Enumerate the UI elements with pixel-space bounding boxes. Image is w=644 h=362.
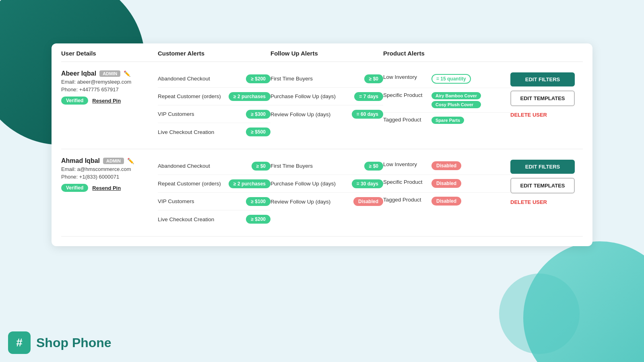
user-actions-0: Verified Resend Pin bbox=[61, 97, 158, 105]
followup-alert-label-0-0: First Time Buyers bbox=[270, 76, 364, 82]
customer-alert-value-0-0: ≥ $200 bbox=[246, 74, 270, 83]
delete-user-button-1[interactable]: DELETE USER bbox=[510, 197, 547, 207]
followup-alerts-1: First Time Buyers ≥ $0 Purchase Follow U… bbox=[270, 157, 383, 210]
user-email-0: Email: abeer@remysleep.com bbox=[61, 79, 158, 85]
product-tag-0-1-1: Cosy Plush Cover bbox=[431, 101, 481, 108]
customer-alert-value-0-1: ≥ 2 purchases bbox=[229, 92, 270, 101]
actions-col-1: EDIT FILTERS EDIT TEMPLATES DELETE USER bbox=[510, 157, 583, 207]
product-alert-item-0-0: Low Inventory = 15 quantity bbox=[383, 70, 510, 88]
actions-col-0: EDIT FILTERS EDIT TEMPLATES DELETE USER bbox=[510, 70, 583, 119]
edit-icon-1[interactable]: ✏️ bbox=[127, 158, 134, 164]
customer-alert-label-1-2: VIP Customers bbox=[158, 198, 246, 204]
col-header-customer: Customer Alerts bbox=[158, 50, 270, 57]
edit-icon-0[interactable]: ✏️ bbox=[124, 70, 130, 77]
edit-filters-button-1[interactable]: EDIT FILTERS bbox=[510, 160, 575, 174]
followup-alert-item-0-1: Purchase Follow Up (days) = 7 days bbox=[270, 88, 383, 105]
customer-alert-item-1-1: Repeat Customer (orders) ≥ 2 purchases bbox=[158, 175, 270, 193]
followup-alert-label-1-2: Review Follow Up (days) bbox=[270, 199, 353, 205]
product-alert-item-1-1: Specific Product Disabled bbox=[383, 175, 510, 193]
product-alert-label-0-1: Specific Product bbox=[383, 92, 431, 98]
product-alert-item-0-2: Tagged Product Spare Parts bbox=[383, 113, 510, 130]
product-tag-1-1-0: Disabled bbox=[431, 179, 461, 188]
customer-alert-item-0-0: Abandoned Checkout ≥ $200 bbox=[158, 70, 270, 88]
customer-alert-item-0-2: VIP Customers ≥ $300 bbox=[158, 105, 270, 123]
customer-alerts-0: Abandoned Checkout ≥ $200 Repeat Custome… bbox=[158, 70, 270, 141]
delete-user-button-0[interactable]: DELETE USER bbox=[510, 110, 547, 119]
admin-badge-0: ADMIN bbox=[99, 70, 120, 77]
followup-alert-item-0-2: Review Follow Up (days) = 60 days bbox=[270, 105, 383, 123]
customer-alert-item-0-3: Live Checkout Creation ≥ $500 bbox=[158, 123, 270, 141]
followup-alert-value-0-0: ≥ $0 bbox=[364, 74, 383, 83]
customer-alert-label-1-1: Repeat Customer (orders) bbox=[158, 181, 229, 187]
product-alert-label-1-0: Low Inventory bbox=[383, 161, 431, 167]
followup-alert-item-1-0: First Time Buyers ≥ $0 bbox=[270, 157, 383, 175]
product-tag-0-2-0: Spare Parts bbox=[431, 117, 464, 124]
main-card: User Details Customer Alerts Follow Up A… bbox=[52, 43, 592, 246]
user-row-0: Abeer Iqbal ADMIN ✏️ Email: abeer@remysl… bbox=[61, 62, 583, 149]
product-tag-0-0-0: = 15 quantity bbox=[431, 74, 471, 84]
followup-alert-value-1-0: ≥ $0 bbox=[364, 162, 383, 171]
followup-alert-label-1-0: First Time Buyers bbox=[270, 163, 364, 169]
customer-alert-item-1-2: VIP Customers ≥ $100 bbox=[158, 193, 270, 210]
customer-alert-label-1-3: Live Checkout Creation bbox=[158, 216, 246, 222]
followup-alert-value-0-2: = 60 days bbox=[352, 110, 383, 119]
col-header-user: User Details bbox=[61, 50, 158, 57]
customer-alert-item-0-1: Repeat Customer (orders) ≥ 2 purchases bbox=[158, 88, 270, 105]
customer-alert-label-0-0: Abandoned Checkout bbox=[158, 76, 246, 82]
user-details-0: Abeer Iqbal ADMIN ✏️ Email: abeer@remysl… bbox=[61, 70, 158, 105]
logo-bar: # Shop Phone bbox=[8, 331, 111, 354]
customer-alerts-1: Abandoned Checkout ≥ $0 Repeat Customer … bbox=[158, 157, 270, 228]
user-rows-container: Abeer Iqbal ADMIN ✏️ Email: abeer@remysl… bbox=[61, 62, 583, 237]
user-phone-1: Phone: +1(833) 6000071 bbox=[61, 174, 158, 180]
followup-alerts-0: First Time Buyers ≥ $0 Purchase Follow U… bbox=[270, 70, 383, 123]
product-alerts-1: Low Inventory Disabled Specific Product … bbox=[383, 157, 510, 210]
user-details-1: Ahmad Iqbal ADMIN ✏️ Email: a@hmscommerc… bbox=[61, 157, 158, 192]
customer-alert-label-1-0: Abandoned Checkout bbox=[158, 163, 252, 169]
col-header-product: Product Alerts bbox=[383, 50, 510, 57]
logo-icon: # bbox=[8, 331, 31, 354]
followup-alert-label-0-1: Purchase Follow Up (days) bbox=[270, 93, 354, 99]
product-alert-label-1-1: Specific Product bbox=[383, 179, 431, 185]
followup-alert-item-1-2: Review Follow Up (days) Disabled bbox=[270, 193, 383, 210]
product-tag-1-2-0: Disabled bbox=[431, 197, 461, 206]
customer-alert-label-0-2: VIP Customers bbox=[158, 111, 246, 117]
product-tags-0-1: Airy Bamboo CoverCosy Plush Cover bbox=[431, 92, 481, 108]
customer-alert-value-1-0: ≥ $0 bbox=[252, 162, 270, 171]
customer-alert-value-1-1: ≥ 2 purchases bbox=[229, 179, 270, 188]
edit-templates-button-1[interactable]: EDIT TEMPLATES bbox=[510, 178, 575, 193]
edit-filters-button-0[interactable]: EDIT FILTERS bbox=[510, 72, 575, 86]
product-tags-0-2: Spare Parts bbox=[431, 117, 464, 124]
customer-alert-item-1-3: Live Checkout Creation ≥ $200 bbox=[158, 210, 270, 228]
user-row-1: Ahmad Iqbal ADMIN ✏️ Email: a@hmscommerc… bbox=[61, 149, 583, 237]
user-name-1: Ahmad Iqbal ADMIN ✏️ bbox=[61, 157, 158, 165]
followup-alert-label-1-1: Purchase Follow Up (days) bbox=[270, 181, 352, 187]
customer-alert-value-1-3: ≥ $200 bbox=[246, 215, 270, 224]
user-name-0: Abeer Iqbal ADMIN ✏️ bbox=[61, 70, 158, 77]
col-header-actions bbox=[510, 50, 583, 57]
product-alert-item-0-1: Specific Product Airy Bamboo CoverCosy P… bbox=[383, 88, 510, 113]
resend-pin-1[interactable]: Resend Pin bbox=[92, 185, 121, 191]
actions-buttons-1: EDIT FILTERS EDIT TEMPLATES DELETE USER bbox=[510, 157, 583, 207]
customer-alert-item-1-0: Abandoned Checkout ≥ $0 bbox=[158, 157, 270, 175]
product-alert-label-0-2: Tagged Product bbox=[383, 117, 431, 123]
product-alert-label-1-2: Tagged Product bbox=[383, 197, 431, 203]
user-email-1: Email: a@hmscommerce.com bbox=[61, 166, 158, 172]
customer-alert-label-0-3: Live Checkout Creation bbox=[158, 129, 246, 135]
followup-alert-item-1-1: Purchase Follow Up (days) = 30 days bbox=[270, 175, 383, 193]
product-alert-item-1-0: Low Inventory Disabled bbox=[383, 157, 510, 175]
bg-decoration-bottom-right2 bbox=[499, 274, 580, 354]
user-phone-0: Phone: +447775 657917 bbox=[61, 86, 158, 93]
followup-alert-value-1-2: Disabled bbox=[353, 197, 383, 206]
table-headers: User Details Customer Alerts Follow Up A… bbox=[61, 43, 583, 62]
logo-text: Shop Phone bbox=[36, 335, 111, 350]
followup-alert-value-1-1: = 30 days bbox=[352, 179, 383, 188]
verified-badge-0: Verified bbox=[61, 97, 88, 105]
verified-badge-1: Verified bbox=[61, 184, 88, 192]
admin-badge-1: ADMIN bbox=[103, 158, 124, 164]
followup-alert-item-0-0: First Time Buyers ≥ $0 bbox=[270, 70, 383, 88]
user-actions-1: Verified Resend Pin bbox=[61, 184, 158, 192]
resend-pin-0[interactable]: Resend Pin bbox=[92, 98, 121, 104]
followup-alert-value-0-1: = 7 days bbox=[354, 92, 383, 101]
edit-templates-button-0[interactable]: EDIT TEMPLATES bbox=[510, 90, 575, 106]
followup-alert-label-0-2: Review Follow Up (days) bbox=[270, 111, 352, 117]
